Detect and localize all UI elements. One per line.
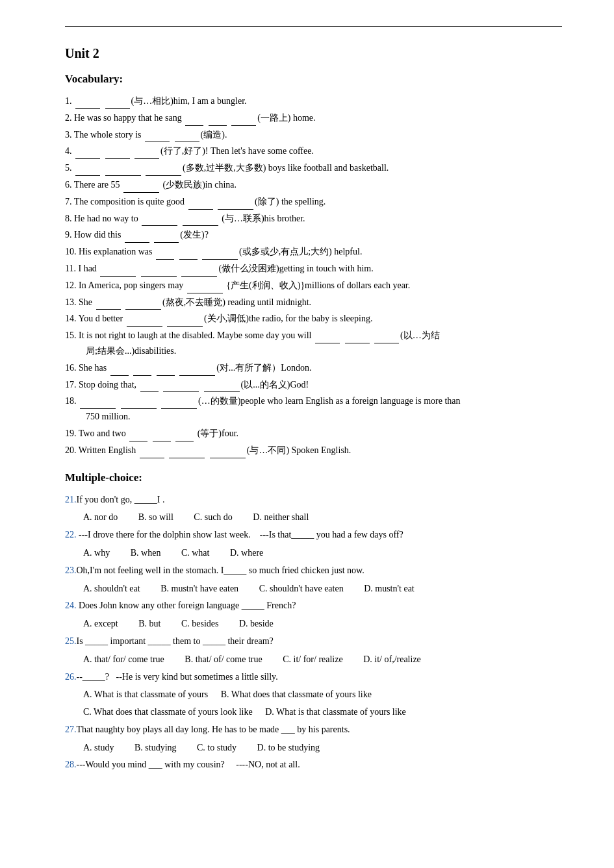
blank xyxy=(345,343,370,343)
mc-num: 22. xyxy=(65,530,77,539)
option-a: A. study xyxy=(83,740,114,756)
option-d: D. neither shall xyxy=(253,510,309,525)
blank xyxy=(75,158,100,159)
blank xyxy=(315,343,340,343)
top-divider xyxy=(65,26,562,27)
mc-num: 23. xyxy=(65,565,77,575)
blank xyxy=(163,391,199,392)
mc-options-21: A. nor do B. so will C. such do D. neith… xyxy=(83,510,562,525)
option-d: D. where xyxy=(230,545,263,561)
blank xyxy=(179,375,215,376)
blank xyxy=(188,209,213,210)
mc-num: 24. xyxy=(65,601,77,610)
blank xyxy=(175,142,199,142)
mc-item-22: 22. ---I drove there for the dolphin sho… xyxy=(65,527,562,543)
option-a: A. why xyxy=(83,545,110,561)
blank xyxy=(156,259,174,260)
blank xyxy=(141,276,177,277)
vocab-item-4: 4. (行了,好了)! Then let's have some coffee. xyxy=(65,143,562,159)
mc-item-28: 28.---Would you mind ___ with my cousin?… xyxy=(65,757,562,773)
item-num: 14. xyxy=(65,314,78,323)
mc-options-22: A. why B. when C. what D. where xyxy=(83,545,562,561)
mc-num: 25. xyxy=(65,636,77,646)
blank xyxy=(231,125,256,126)
mc-item-25: 25.Is _____ important _____ them to ____… xyxy=(65,634,562,649)
blank xyxy=(183,225,218,226)
vocab-item-10: 10. His explanation was (或多或少,有点儿;大约) he… xyxy=(65,244,562,260)
mc-num: 27. xyxy=(65,725,77,734)
option-c: C. such do xyxy=(194,510,233,525)
item-num: 7. xyxy=(65,197,74,206)
option-b: B. that/ of/ come true xyxy=(185,652,262,667)
option-a: A. except xyxy=(83,616,118,632)
mc-num: 21. xyxy=(65,495,77,504)
option-b: B. when xyxy=(131,545,161,561)
blank xyxy=(145,142,170,142)
item-num: 5. xyxy=(65,163,74,173)
blank xyxy=(218,209,253,210)
blank xyxy=(154,242,179,243)
option-c: C. shouldn't have eaten xyxy=(259,581,344,597)
unit-title: Unit 2 xyxy=(65,46,562,61)
option-a: A. shouldn't eat xyxy=(83,581,140,597)
vocab-item-14: 14. You d better (关小,调低)the radio, for t… xyxy=(65,311,562,327)
blank xyxy=(96,309,121,310)
item-num: 20. xyxy=(65,445,79,455)
blank xyxy=(110,375,129,376)
item-num: 6. xyxy=(65,180,74,190)
item-num: 4. xyxy=(65,146,74,156)
mc-options-23: A. shouldn't eat B. mustn't have eaten C… xyxy=(83,581,562,597)
mc-options-24: A. except B. but C. besides D. beside xyxy=(83,616,562,632)
item-num: 1. xyxy=(65,96,74,106)
option-b: B. mustn't have eaten xyxy=(160,581,238,597)
item-num: 12. xyxy=(65,280,79,290)
mc-num: 28. xyxy=(65,760,77,769)
blank xyxy=(105,108,130,109)
blank xyxy=(127,326,162,327)
blank xyxy=(209,125,227,126)
option-d: D. beside xyxy=(239,616,274,632)
option-c: C. to study xyxy=(197,740,237,756)
option-d: D. What is that classmate of yours like xyxy=(265,704,406,720)
blank xyxy=(125,242,149,243)
blank xyxy=(185,125,203,126)
vocab-item-3: 3. The whole story is (编造). xyxy=(65,127,562,143)
item-num: 9. xyxy=(65,230,74,240)
item-num: 13. xyxy=(65,297,79,307)
blank xyxy=(187,293,223,293)
blank xyxy=(129,441,147,441)
item-num: 18. xyxy=(65,396,79,406)
option-a: A. What is that classmate of yours xyxy=(83,687,208,702)
option-a: A. nor do xyxy=(83,510,118,525)
vocabulary-heading: Vocabulary: xyxy=(65,73,562,86)
blank xyxy=(157,375,175,376)
vocabulary-section: Vocabulary: 1. (与…相比)him, I am a bungler… xyxy=(65,73,562,458)
item-num: 16. xyxy=(65,363,79,373)
vocab-item-6: 6. There are 55 (少数民族)in china. xyxy=(65,177,562,193)
option-b: B. What does that classmate of yours lik… xyxy=(221,687,372,702)
blank xyxy=(134,158,159,159)
blank xyxy=(140,391,159,392)
blank xyxy=(204,391,240,392)
mc-options-27: A. study B. studying C. to study D. to b… xyxy=(83,740,562,756)
vocab-item-7: 7. The composition is quite good (除了) th… xyxy=(65,194,562,210)
blank xyxy=(146,175,181,176)
item-num: 2. xyxy=(65,113,74,123)
mc-item-21: 21.If you don't go, _____I . xyxy=(65,492,562,508)
blank xyxy=(161,408,197,409)
vocab-item-5: 5. (多数,过半数,大多数) boys like football and b… xyxy=(65,160,562,176)
blank xyxy=(105,158,130,159)
blank xyxy=(133,375,151,376)
blank xyxy=(105,175,141,176)
item-num: 15. xyxy=(65,330,79,340)
option-a: A. that/ for/ come true xyxy=(83,652,164,667)
vocab-item-2: 2. He was so happy that he sang (一路上) ho… xyxy=(65,110,562,126)
vocab-item-12: 12. In America, pop singers may {产生(利润、收… xyxy=(65,278,562,293)
blank xyxy=(153,441,171,441)
mc-heading: Multiple-choice: xyxy=(65,471,562,484)
item-num: 3. xyxy=(65,130,74,140)
item-num: 17. xyxy=(65,380,79,390)
vocab-item-11: 11. I had (做什么没困难)getting in touch with … xyxy=(65,261,562,277)
item-num: 10. xyxy=(65,247,79,256)
blank xyxy=(142,225,177,226)
